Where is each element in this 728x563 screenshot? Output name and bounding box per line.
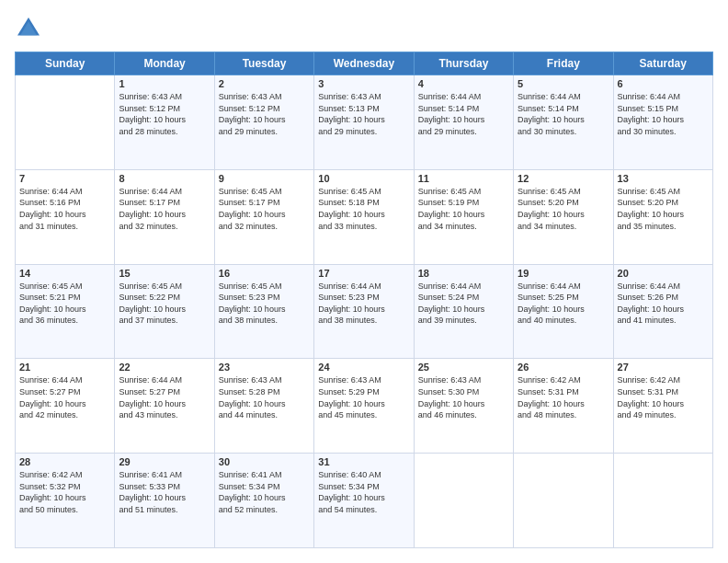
day-number: 12 (518, 173, 609, 184)
calendar-cell: 17Sunrise: 6:44 AM Sunset: 5:23 PM Dayli… (314, 264, 414, 359)
calendar-cell: 22Sunrise: 6:44 AM Sunset: 5:27 PM Dayli… (115, 359, 214, 454)
day-info: Sunrise: 6:45 AM Sunset: 5:17 PM Dayligh… (219, 186, 310, 232)
day-number: 7 (19, 173, 110, 184)
day-number: 14 (19, 268, 110, 279)
day-number: 18 (418, 268, 509, 279)
day-number: 15 (119, 268, 210, 279)
calendar-cell: 6Sunrise: 6:44 AM Sunset: 5:15 PM Daylig… (613, 75, 712, 170)
calendar-cell: 5Sunrise: 6:44 AM Sunset: 5:14 PM Daylig… (514, 75, 613, 170)
day-info: Sunrise: 6:44 AM Sunset: 5:17 PM Dayligh… (119, 186, 210, 232)
calendar-cell: 26Sunrise: 6:42 AM Sunset: 5:31 PM Dayli… (514, 359, 613, 454)
weekday-header-thursday: Thursday (414, 52, 513, 75)
day-number: 20 (618, 268, 709, 279)
day-info: Sunrise: 6:43 AM Sunset: 5:29 PM Dayligh… (318, 374, 409, 420)
week-row-4: 28Sunrise: 6:42 AM Sunset: 5:32 PM Dayli… (16, 454, 713, 548)
calendar-cell: 27Sunrise: 6:42 AM Sunset: 5:31 PM Dayli… (613, 359, 712, 454)
calendar-cell: 23Sunrise: 6:43 AM Sunset: 5:28 PM Dayli… (214, 359, 313, 454)
weekday-header-monday: Monday (115, 52, 214, 75)
weekday-header-friday: Friday (514, 52, 613, 75)
calendar-cell: 31Sunrise: 6:40 AM Sunset: 5:34 PM Dayli… (314, 454, 414, 548)
calendar-cell (16, 75, 115, 170)
calendar-cell: 2Sunrise: 6:43 AM Sunset: 5:12 PM Daylig… (214, 75, 313, 170)
day-number: 29 (119, 456, 210, 467)
weekday-header-wednesday: Wednesday (314, 52, 414, 75)
day-info: Sunrise: 6:42 AM Sunset: 5:32 PM Dayligh… (19, 469, 110, 515)
calendar-cell (613, 454, 712, 548)
calendar-cell: 3Sunrise: 6:43 AM Sunset: 5:13 PM Daylig… (314, 75, 414, 170)
day-number: 5 (518, 78, 609, 89)
day-number: 23 (219, 362, 310, 373)
calendar-cell: 7Sunrise: 6:44 AM Sunset: 5:16 PM Daylig… (16, 169, 115, 264)
calendar-cell: 18Sunrise: 6:44 AM Sunset: 5:24 PM Dayli… (414, 264, 513, 359)
week-row-3: 21Sunrise: 6:44 AM Sunset: 5:27 PM Dayli… (16, 359, 713, 454)
day-info: Sunrise: 6:42 AM Sunset: 5:31 PM Dayligh… (518, 374, 609, 420)
day-info: Sunrise: 6:44 AM Sunset: 5:14 PM Dayligh… (518, 91, 609, 137)
day-number: 9 (219, 173, 310, 184)
calendar-cell: 29Sunrise: 6:41 AM Sunset: 5:33 PM Dayli… (115, 454, 214, 548)
calendar-cell: 16Sunrise: 6:45 AM Sunset: 5:23 PM Dayli… (214, 264, 313, 359)
day-info: Sunrise: 6:43 AM Sunset: 5:13 PM Dayligh… (318, 91, 409, 137)
calendar-cell: 1Sunrise: 6:43 AM Sunset: 5:12 PM Daylig… (115, 75, 214, 170)
day-number: 10 (318, 173, 409, 184)
week-row-1: 7Sunrise: 6:44 AM Sunset: 5:16 PM Daylig… (16, 169, 713, 264)
day-info: Sunrise: 6:45 AM Sunset: 5:23 PM Dayligh… (219, 281, 310, 327)
day-info: Sunrise: 6:43 AM Sunset: 5:12 PM Dayligh… (219, 91, 310, 137)
calendar-cell (414, 454, 513, 548)
day-info: Sunrise: 6:45 AM Sunset: 5:20 PM Dayligh… (618, 186, 709, 232)
calendar-cell: 21Sunrise: 6:44 AM Sunset: 5:27 PM Dayli… (16, 359, 115, 454)
calendar-cell: 9Sunrise: 6:45 AM Sunset: 5:17 PM Daylig… (214, 169, 313, 264)
day-info: Sunrise: 6:43 AM Sunset: 5:28 PM Dayligh… (219, 374, 310, 420)
day-info: Sunrise: 6:45 AM Sunset: 5:18 PM Dayligh… (318, 186, 409, 232)
day-number: 11 (418, 173, 509, 184)
day-number: 26 (518, 362, 609, 373)
calendar-cell (514, 454, 613, 548)
day-number: 8 (119, 173, 210, 184)
day-info: Sunrise: 6:44 AM Sunset: 5:23 PM Dayligh… (318, 281, 409, 327)
calendar-cell: 15Sunrise: 6:45 AM Sunset: 5:22 PM Dayli… (115, 264, 214, 359)
day-info: Sunrise: 6:44 AM Sunset: 5:25 PM Dayligh… (518, 281, 609, 327)
logo-icon (15, 15, 42, 42)
day-number: 19 (518, 268, 609, 279)
calendar-cell: 28Sunrise: 6:42 AM Sunset: 5:32 PM Dayli… (16, 454, 115, 548)
calendar-cell: 24Sunrise: 6:43 AM Sunset: 5:29 PM Dayli… (314, 359, 414, 454)
day-info: Sunrise: 6:45 AM Sunset: 5:22 PM Dayligh… (119, 281, 210, 327)
day-number: 27 (618, 362, 709, 373)
calendar-cell: 19Sunrise: 6:44 AM Sunset: 5:25 PM Dayli… (514, 264, 613, 359)
day-info: Sunrise: 6:41 AM Sunset: 5:33 PM Dayligh… (119, 469, 210, 515)
calendar-cell: 14Sunrise: 6:45 AM Sunset: 5:21 PM Dayli… (16, 264, 115, 359)
day-info: Sunrise: 6:44 AM Sunset: 5:15 PM Dayligh… (618, 91, 709, 137)
day-number: 13 (618, 173, 709, 184)
calendar-cell: 25Sunrise: 6:43 AM Sunset: 5:30 PM Dayli… (414, 359, 513, 454)
calendar-cell: 11Sunrise: 6:45 AM Sunset: 5:19 PM Dayli… (414, 169, 513, 264)
weekday-header-tuesday: Tuesday (214, 52, 313, 75)
weekday-header-saturday: Saturday (613, 52, 712, 75)
day-info: Sunrise: 6:44 AM Sunset: 5:27 PM Dayligh… (119, 374, 210, 420)
week-row-2: 14Sunrise: 6:45 AM Sunset: 5:21 PM Dayli… (16, 264, 713, 359)
day-number: 4 (418, 78, 509, 89)
day-number: 3 (318, 78, 409, 89)
calendar-table: SundayMondayTuesdayWednesdayThursdayFrid… (15, 52, 713, 548)
day-number: 28 (19, 456, 110, 467)
day-info: Sunrise: 6:44 AM Sunset: 5:27 PM Dayligh… (19, 374, 110, 420)
day-info: Sunrise: 6:41 AM Sunset: 5:34 PM Dayligh… (219, 469, 310, 515)
page: SundayMondayTuesdayWednesdayThursdayFrid… (0, 0, 728, 563)
calendar-cell: 10Sunrise: 6:45 AM Sunset: 5:18 PM Dayli… (314, 169, 414, 264)
header (15, 15, 713, 42)
day-info: Sunrise: 6:44 AM Sunset: 5:24 PM Dayligh… (418, 281, 509, 327)
day-number: 2 (219, 78, 310, 89)
calendar-cell: 4Sunrise: 6:44 AM Sunset: 5:14 PM Daylig… (414, 75, 513, 170)
day-info: Sunrise: 6:42 AM Sunset: 5:31 PM Dayligh… (618, 374, 709, 420)
day-info: Sunrise: 6:45 AM Sunset: 5:20 PM Dayligh… (518, 186, 609, 232)
day-number: 30 (219, 456, 310, 467)
week-row-0: 1Sunrise: 6:43 AM Sunset: 5:12 PM Daylig… (16, 75, 713, 170)
day-info: Sunrise: 6:40 AM Sunset: 5:34 PM Dayligh… (318, 469, 409, 515)
day-info: Sunrise: 6:45 AM Sunset: 5:19 PM Dayligh… (418, 186, 509, 232)
day-info: Sunrise: 6:43 AM Sunset: 5:12 PM Dayligh… (119, 91, 210, 137)
day-info: Sunrise: 6:45 AM Sunset: 5:21 PM Dayligh… (19, 281, 110, 327)
calendar-cell: 13Sunrise: 6:45 AM Sunset: 5:20 PM Dayli… (613, 169, 712, 264)
calendar-cell: 12Sunrise: 6:45 AM Sunset: 5:20 PM Dayli… (514, 169, 613, 264)
day-number: 6 (618, 78, 709, 89)
calendar-cell: 20Sunrise: 6:44 AM Sunset: 5:26 PM Dayli… (613, 264, 712, 359)
logo (15, 15, 46, 42)
day-number: 24 (318, 362, 409, 373)
